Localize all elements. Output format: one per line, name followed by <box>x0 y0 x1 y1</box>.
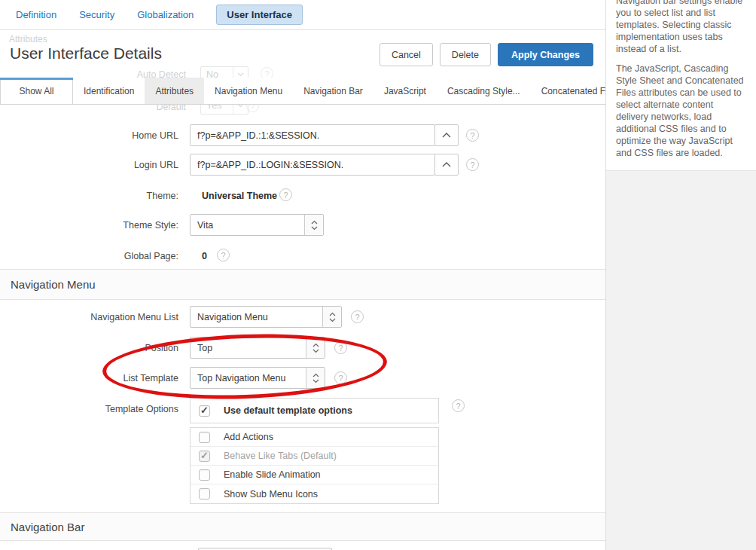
home-url-expand-button[interactable] <box>434 124 459 146</box>
position-label: Position <box>0 338 178 359</box>
tab-attributes[interactable]: Attributes <box>145 78 204 104</box>
apply-changes-button[interactable]: Apply Changes <box>498 43 593 66</box>
global-page-label: Global Page: <box>0 249 178 263</box>
option-label: Add Actions <box>224 432 273 442</box>
section-title: Navigation Bar <box>11 521 84 533</box>
spinner-icon <box>306 368 325 388</box>
option-label: Use default template options <box>224 405 352 416</box>
login-url-input[interactable]: f?p=&APP_ID.:LOGIN:&SESSION. <box>190 154 435 176</box>
option-label: Enable Slide Animation <box>224 469 321 480</box>
list-template-value: Top Navigation Menu <box>191 368 306 388</box>
position-select[interactable]: Top <box>190 337 325 359</box>
theme-style-value: Vita <box>191 215 304 235</box>
help-icon[interactable] <box>452 399 465 412</box>
tab-globalization[interactable]: Globalization <box>137 9 194 20</box>
checkbox <box>199 451 210 462</box>
option-row[interactable]: Enable Slide Animation <box>191 466 438 484</box>
header-buttons: Cancel Delete Apply Changes <box>380 43 593 66</box>
region-tab-bar: Show All Identification Attributes Navig… <box>0 78 605 105</box>
help-icon[interactable] <box>466 158 479 171</box>
position-value: Top <box>191 338 306 358</box>
help-icon[interactable] <box>334 341 347 354</box>
checkbox[interactable] <box>199 469 210 481</box>
tab-security[interactable]: Security <box>79 9 114 20</box>
login-url-expand-button[interactable] <box>434 154 459 176</box>
checkbox[interactable] <box>199 405 210 417</box>
tab-user-interface[interactable]: User Interface <box>216 5 303 25</box>
theme-style-select[interactable]: Vita <box>190 214 324 236</box>
theme-style-label: Theme Style: <box>0 215 178 236</box>
list-template-select[interactable]: Top Navigation Menu <box>190 367 325 389</box>
page-header: Attributes User Interface Details Auto D… <box>0 30 605 78</box>
navigation-menu-list-value: Navigation Menu <box>191 307 322 327</box>
help-icon[interactable] <box>351 310 364 323</box>
cancel-button[interactable]: Cancel <box>380 43 433 66</box>
navigation-menu-list-select[interactable]: Navigation Menu <box>190 306 342 328</box>
checkbox[interactable] <box>199 488 210 500</box>
tab-navigation-bar[interactable]: Navigation Bar <box>293 78 373 104</box>
login-url-label: Login URL <box>0 154 178 176</box>
theme-value: Universal Theme <box>202 189 277 203</box>
delete-button[interactable]: Delete <box>440 43 491 66</box>
template-options-group: Add Actions Behave Like Tabs (Default) E… <box>190 427 439 504</box>
theme-label: Theme: <box>0 189 178 203</box>
spinner-icon <box>306 338 325 358</box>
template-options-default-group: Use default template options <box>190 398 439 423</box>
checkbox[interactable] <box>199 432 210 443</box>
page-title: User Interface Details <box>10 44 162 63</box>
home-url-label: Home URL <box>0 125 178 146</box>
section-navigation-menu: Navigation Menu <box>0 269 605 300</box>
template-options-label: Template Options <box>0 402 178 416</box>
help-paragraph: Navigation bar settings enable you to se… <box>616 0 746 55</box>
spinner-icon <box>322 307 341 327</box>
help-icon[interactable] <box>334 371 347 384</box>
section-title: Navigation Menu <box>11 278 96 291</box>
tab-navigation-menu[interactable]: Navigation Menu <box>204 78 293 104</box>
tab-show-all[interactable]: Show All <box>0 78 73 105</box>
option-row[interactable]: Add Actions <box>191 428 438 447</box>
option-label: Behave Like Tabs (Default) <box>224 451 337 461</box>
chevron-up-icon <box>442 133 451 138</box>
section-navigation-bar: Navigation Bar <box>0 512 605 541</box>
navigation-menu-list-label: Navigation Menu List <box>0 307 178 328</box>
spinner-icon <box>304 215 323 235</box>
help-icon[interactable] <box>217 249 230 261</box>
ghost-breadcrumb: Attributes <box>9 34 47 44</box>
global-page-value: 0 <box>202 249 207 263</box>
help-icon[interactable] <box>279 188 292 201</box>
option-row[interactable]: Show Sub Menu Icons <box>191 484 438 503</box>
option-label: Show Sub Menu Icons <box>224 489 318 500</box>
tab-identification[interactable]: Identification <box>73 78 145 104</box>
chevron-up-icon <box>442 162 451 167</box>
tab-cascading-style[interactable]: Cascading Style... <box>437 78 531 104</box>
home-url-input[interactable]: f?p=&APP_ID.:1:&SESSION. <box>190 124 435 146</box>
help-paragraph: The JavaScript, Cascading Style Sheet an… <box>616 63 746 159</box>
list-template-label: List Template <box>0 368 178 389</box>
app-window: Definition Security Globalization User I… <box>0 0 756 550</box>
option-row: Behave Like Tabs (Default) <box>191 447 438 466</box>
top-tab-bar: Definition Security Globalization User I… <box>0 0 605 30</box>
tab-javascript[interactable]: JavaScript <box>373 78 437 104</box>
option-row[interactable]: Use default template options <box>191 399 438 423</box>
help-icon[interactable] <box>466 129 479 142</box>
tab-definition[interactable]: Definition <box>16 9 56 20</box>
help-sidebar: Navigation bar settings enable you to se… <box>605 0 756 550</box>
tab-concatenated-files[interactable]: Concatenated F... <box>531 78 605 104</box>
help-panel: Navigation bar settings enable you to se… <box>606 0 756 171</box>
